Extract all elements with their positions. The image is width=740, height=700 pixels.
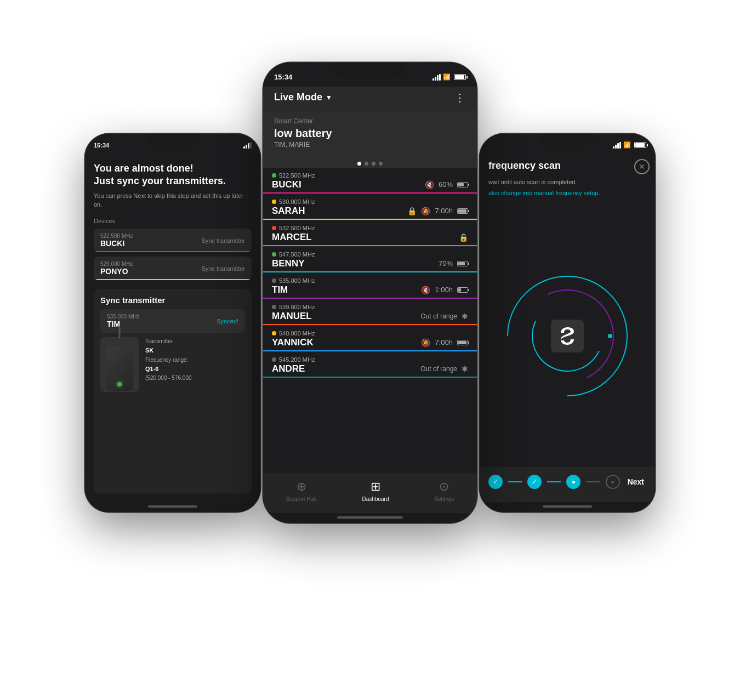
freq-sarah: 530.000 MHz: [272, 198, 468, 205]
center-home-indicator: [337, 516, 403, 519]
right-battery-icon: [634, 142, 646, 148]
left-freq-ponyo: 525.000 MHz: [100, 261, 133, 267]
bat-fill-benny: [458, 262, 465, 265]
sync-freq-tim: 535.000 MHz: [107, 314, 139, 320]
device-name-manuel: MANUEL: [272, 311, 312, 322]
dots-indicator: [263, 157, 477, 168]
device-name-yannick: YANNICK: [272, 337, 314, 348]
freq-andre: 545.200 MHz: [272, 356, 468, 363]
device-row-tim[interactable]: 535.000 MHz TIM 🔇 1:00h: [263, 273, 477, 299]
close-icon: ✕: [639, 162, 645, 171]
smart-center-title: low battery: [274, 127, 466, 140]
name-row-andre: ANDRE Out of range ✱: [272, 363, 468, 374]
live-mode-label: Live Mode: [274, 92, 322, 103]
device-row-yannick[interactable]: 540.000 MHz YANNICK 🔕 7:00h: [263, 326, 477, 352]
device-info-andre: Out of range ✱: [420, 365, 468, 373]
battery-pct-benny: 70%: [439, 259, 453, 268]
center-header: Live Mode ▼ ⋮: [263, 87, 477, 111]
nav-settings[interactable]: ⊙ Settings: [434, 480, 454, 502]
progress-line-3: [586, 481, 600, 482]
settings-label: Settings: [434, 496, 454, 502]
freq-scan-link[interactable]: also change into manual frequency setup.: [480, 190, 655, 205]
lock-icon-sarah: 🔒: [407, 207, 417, 215]
time-yannick: 7:00h: [435, 338, 453, 346]
settings-icon: ⊙: [439, 480, 449, 494]
freq-dot-bucki: [272, 173, 276, 178]
tx-device-image: [100, 337, 139, 392]
freq-scan-subtitle: wait until auto scan is completed.: [480, 178, 655, 190]
bt-icon-manuel: ✱: [462, 312, 468, 321]
freq-range-sub: (520.000 - 576.000: [145, 374, 192, 383]
freq-dot-andre: [272, 357, 276, 362]
right-screen-content: ✕ frequency scan wait until auto scan is…: [480, 153, 655, 502]
device-name-sarah: SARAH: [272, 206, 305, 217]
sync-btn-ponyo[interactable]: Sync transmitter: [202, 265, 245, 272]
mute-icon-tim: 🔇: [421, 286, 430, 294]
left-status-icons: [243, 142, 252, 149]
freq-dot-marcel: [272, 226, 276, 230]
freq-bucki: 522.500 MHz: [272, 172, 468, 179]
right-notch: [540, 134, 595, 146]
sync-tx-title: Sync transmitter: [100, 295, 245, 305]
bat-fill-yannick: [458, 341, 466, 344]
device-row-marcel[interactable]: 532.500 MHz MARCEL 🔒: [263, 220, 477, 247]
out-of-range-andre: Out of range: [420, 365, 457, 373]
device-info-sarah: 🔒 🔕 7:00h: [407, 207, 468, 215]
device-row-benny[interactable]: 547.500 MHz BENNY 70%: [263, 247, 477, 273]
dropdown-arrow-icon[interactable]: ▼: [326, 94, 332, 101]
freq-range-label: Frequency range:: [145, 356, 192, 365]
battery-pct-bucki: 60%: [439, 180, 453, 189]
device-info-marcel: 🔒: [459, 233, 468, 242]
next-button[interactable]: Next: [625, 477, 646, 486]
device-row-manuel[interactable]: 539.600 MHz MANUEL Out of range ✱: [263, 299, 477, 326]
synced-label: Synced!: [217, 318, 238, 325]
name-row-yannick: YANNICK 🔕 7:00h: [272, 337, 468, 348]
more-options-icon[interactable]: ⋮: [454, 91, 466, 104]
right-wifi-icon: 📶: [623, 141, 631, 149]
freq-dot-manuel: [272, 305, 276, 309]
progress-bar: ✓ ✓ ● ● Next: [480, 467, 655, 502]
center-notch: [334, 62, 406, 78]
center-phone: 15:34 📶 Live Mode: [263, 62, 477, 523]
smart-center-banner: Smart Center low battery TIM, MARIE: [263, 111, 477, 157]
center-status-icons: 📶: [432, 73, 466, 81]
left-time: 15:34: [94, 142, 109, 149]
support-hub-label: Support Hub: [286, 496, 316, 502]
device-row-andre[interactable]: 545.200 MHz ANDRE Out of range ✱: [263, 352, 477, 378]
scene: 15:34 You are almost done!Just sync your…: [69, 35, 671, 665]
center-time: 15:34: [274, 73, 292, 81]
progress-step-2: ✓: [527, 475, 542, 489]
device-row-sarah[interactable]: 530.000 MHz SARAH 🔒 🔕 7:00h: [263, 194, 477, 220]
left-screen-content: You are almost done!Just sync your trans…: [85, 153, 260, 502]
freq-range-value: Q1-6: [145, 366, 158, 372]
transmitter-visual: Transmitter SK Frequency range: Q1-6 (52…: [100, 337, 245, 392]
almost-done-title: You are almost done!Just sync your trans…: [94, 162, 252, 188]
left-home-indicator: [148, 505, 197, 508]
bottom-nav: ⊕ Support Hub ⊞ Dashboard ⊙ Settings: [263, 474, 477, 513]
time-sarah: 7:00h: [435, 207, 453, 215]
sync-device-row-tim: 535.000 MHz TIM Synced!: [100, 309, 245, 333]
name-row-bucki: BUCKI 🔇 60%: [272, 179, 468, 190]
lock-icon-marcel: 🔒: [459, 233, 468, 242]
nav-dashboard[interactable]: ⊞ Dashboard: [362, 480, 389, 502]
device-info-yannick: 🔕 7:00h: [421, 338, 468, 347]
close-button[interactable]: ✕: [634, 159, 650, 174]
device-row-bucki[interactable]: 522.500 MHz BUCKI 🔇 60%: [263, 168, 477, 194]
almost-done-subtitle: You can press Next to skip this step and…: [94, 192, 252, 209]
dot-4: [379, 162, 383, 166]
device-info-manuel: Out of range ✱: [420, 312, 468, 321]
transmitter-model: SK: [145, 347, 153, 354]
sync-btn-bucki[interactable]: Sync transmitter: [202, 237, 245, 244]
scan-dot: [608, 334, 612, 338]
device-name-benny: BENNY: [272, 258, 305, 269]
freq-yannick: 540.000 MHz: [272, 330, 468, 337]
progress-line-2: [547, 481, 561, 482]
progress-step-4: ●: [606, 475, 620, 489]
left-freq-bucki: 522.500 MHz: [100, 233, 133, 239]
freq-dot-yannick: [272, 331, 276, 335]
scan-visual: [480, 205, 655, 467]
device-name-marcel: MARCEL: [272, 232, 312, 243]
mute-icon-sarah: 🔕: [421, 207, 430, 215]
center-signal-icon: [432, 74, 441, 81]
nav-support-hub[interactable]: ⊕ Support Hub: [286, 480, 316, 502]
